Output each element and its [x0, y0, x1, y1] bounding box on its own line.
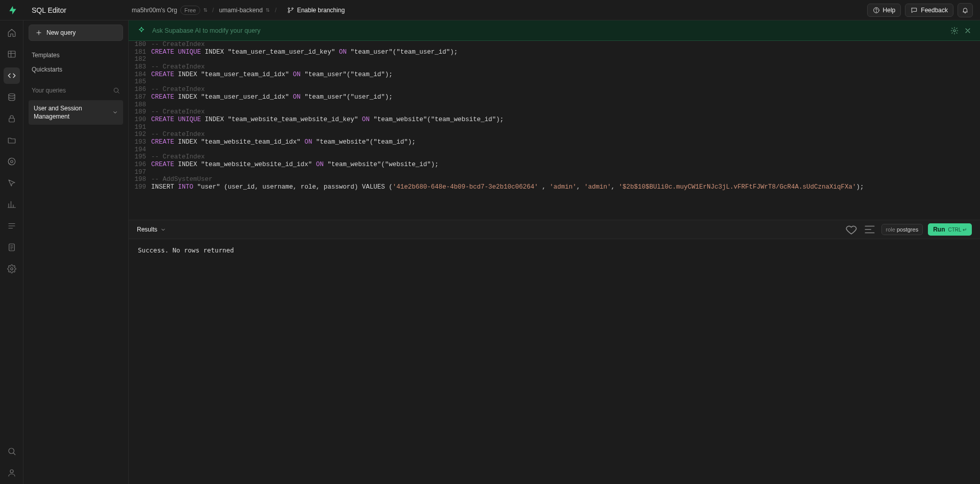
results-bar: Results role postgres Run CTRL ↵ [129, 220, 980, 239]
sidebar-section-your-queries: Your queries [29, 84, 123, 97]
sidebar: New query Templates Quickstarts Your que… [23, 0, 129, 484]
rail-table-editor[interactable] [4, 46, 20, 62]
svg-point-4 [876, 11, 876, 12]
svg-point-8 [10, 160, 13, 163]
rail-account[interactable] [4, 465, 20, 481]
rail-auth[interactable] [4, 110, 20, 127]
topbar: SQL Editor ma5hr00m's Org Free ⇅ / umami… [0, 0, 980, 20]
svg-point-6 [9, 94, 15, 96]
new-query-label: New query [46, 29, 76, 36]
run-button[interactable]: Run CTRL ↵ [928, 223, 972, 236]
breadcrumb-sep: / [275, 7, 276, 14]
rail-settings[interactable] [4, 261, 20, 277]
rail-edge-functions[interactable] [4, 153, 20, 170]
sql-editor[interactable]: 1801811821831841851861871881891901911921… [129, 41, 980, 220]
sidebar-section-title: Your queries [32, 87, 66, 94]
ai-icon [137, 26, 146, 35]
results-body: Success. No rows returned [129, 239, 980, 484]
nav-rail [0, 0, 23, 484]
chevron-updown-icon: ⇅ [266, 7, 270, 13]
plus-icon [35, 29, 42, 36]
ai-settings-icon[interactable] [950, 27, 959, 35]
help-button[interactable]: Help [867, 4, 901, 17]
role-value: postgres [897, 226, 918, 233]
feedback-button[interactable]: Feedback [905, 4, 953, 17]
svg-rect-7 [9, 118, 14, 122]
ai-placeholder: Ask Supabase AI to modify your query [152, 27, 944, 34]
rail-database[interactable] [4, 89, 20, 105]
chevron-updown-icon: ⇅ [203, 7, 207, 13]
rail-sql-editor[interactable] [4, 67, 20, 84]
notifications-button[interactable] [958, 3, 973, 17]
format-button[interactable] [863, 223, 876, 236]
plan-badge: Free [180, 6, 200, 15]
results-message: Success. No rows returned [138, 246, 234, 254]
rail-api[interactable] [4, 239, 20, 256]
breadcrumb-project[interactable]: umami-backend ⇅ [219, 7, 270, 14]
rail-home[interactable] [4, 25, 20, 41]
breadcrumb-org[interactable]: ma5hr00m's Org Free ⇅ [132, 6, 207, 15]
svg-point-11 [10, 268, 13, 270]
app-title: SQL Editor [32, 6, 66, 14]
svg-point-14 [114, 88, 118, 92]
enable-branching-button[interactable]: Enable branching [287, 7, 345, 14]
svg-point-15 [953, 30, 955, 32]
main: Ask Supabase AI to modify your query 180… [129, 0, 980, 484]
breadcrumb-sep: / [212, 7, 214, 14]
svg-rect-5 [8, 51, 15, 57]
svg-point-12 [9, 448, 14, 454]
role-chip[interactable]: role postgres [881, 224, 923, 235]
new-query-button[interactable]: New query [29, 25, 123, 41]
rail-search[interactable] [4, 443, 20, 459]
search-icon[interactable] [113, 87, 120, 94]
supabase-logo[interactable] [7, 5, 18, 16]
help-label: Help [883, 7, 896, 14]
editor-gutter: 1801811821831841851861871881891901911921… [129, 41, 151, 191]
svg-point-13 [10, 470, 13, 473]
sidebar-templates[interactable]: Templates [29, 48, 123, 62]
ai-bar[interactable]: Ask Supabase AI to modify your query [129, 20, 980, 41]
rail-reports[interactable] [4, 196, 20, 213]
favorite-button[interactable] [845, 223, 858, 236]
results-tab-label: Results [137, 226, 157, 233]
enable-branching-label: Enable branching [297, 7, 345, 14]
sidebar-query-label: User and Session Management [34, 104, 112, 121]
ai-close-icon[interactable] [964, 27, 972, 35]
sidebar-query-item[interactable]: User and Session Management [29, 100, 123, 125]
rail-logs[interactable] [4, 218, 20, 234]
run-shortcut: CTRL ↵ [948, 227, 967, 233]
editor-code[interactable]: -- CreateIndexCREATE UNIQUE INDEX "team_… [151, 41, 980, 191]
rail-realtime[interactable] [4, 175, 20, 191]
breadcrumb: ma5hr00m's Org Free ⇅ / umami-backend ⇅ … [132, 6, 345, 15]
rail-storage[interactable] [4, 132, 20, 148]
chevron-down-icon [160, 227, 166, 233]
sidebar-quickstarts[interactable]: Quickstarts [29, 62, 123, 77]
feedback-label: Feedback [921, 7, 948, 14]
chevron-down-icon [112, 109, 118, 116]
breadcrumb-project-label: umami-backend [219, 7, 262, 14]
breadcrumb-org-label: ma5hr00m's Org [132, 7, 177, 14]
role-label: role [886, 226, 895, 233]
results-tab[interactable]: Results [137, 226, 166, 233]
run-label: Run [933, 226, 945, 233]
